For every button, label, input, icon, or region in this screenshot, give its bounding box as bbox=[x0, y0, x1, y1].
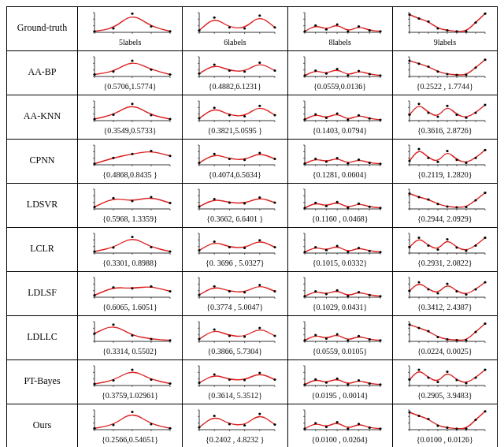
svg-point-391 bbox=[408, 192, 410, 194]
svg-point-157 bbox=[465, 73, 467, 76]
svg-point-791 bbox=[408, 411, 410, 413]
svg-point-613 bbox=[358, 334, 360, 337]
svg-point-510 bbox=[228, 289, 231, 292]
svg-point-692 bbox=[346, 382, 349, 385]
svg-point-399 bbox=[484, 191, 486, 193]
svg-point-132 bbox=[346, 73, 349, 76]
svg-point-371 bbox=[335, 200, 338, 203]
cell-caption: 8labels bbox=[328, 39, 350, 47]
svg-point-32 bbox=[259, 14, 261, 17]
svg-point-349 bbox=[213, 197, 216, 199]
chart-cell: {0.4868,0.8435 } bbox=[78, 140, 183, 184]
chart-cell: {0. 3696 , 5.0327} bbox=[183, 228, 287, 272]
svg-point-294 bbox=[368, 161, 370, 163]
svg-point-30 bbox=[228, 26, 231, 28]
cell-caption: {0.0559,0.0136} bbox=[313, 83, 366, 91]
cell-caption: {0.3662, 6.6401 } bbox=[206, 215, 263, 223]
svg-point-799 bbox=[484, 410, 486, 412]
svg-point-55 bbox=[379, 30, 381, 32]
svg-point-590 bbox=[228, 334, 231, 337]
svg-point-734 bbox=[150, 423, 153, 425]
svg-point-251 bbox=[94, 162, 96, 165]
svg-point-11 bbox=[94, 30, 96, 32]
cell-caption: {0.4074,6.5634} bbox=[209, 171, 261, 179]
svg-point-392 bbox=[417, 196, 420, 198]
svg-point-555 bbox=[446, 282, 448, 285]
cell-caption: {0.4868,0.8435 } bbox=[102, 171, 158, 179]
chart-cell: {0.1029, 0.0431} bbox=[287, 272, 392, 316]
sparkline bbox=[297, 187, 384, 214]
row-header: LDLLC bbox=[7, 316, 78, 360]
svg-point-131 bbox=[335, 67, 338, 69]
cell-caption: {0.6065, 1.6051} bbox=[102, 304, 158, 311]
svg-point-717 bbox=[465, 382, 467, 384]
chart-cell: {0.1015, 0.0332} bbox=[287, 228, 392, 272]
svg-point-415 bbox=[169, 250, 172, 252]
svg-point-151 bbox=[408, 59, 410, 61]
svg-point-689 bbox=[314, 378, 317, 380]
svg-point-688 bbox=[303, 383, 306, 386]
cell-caption: 6labels bbox=[224, 39, 246, 47]
svg-point-655 bbox=[169, 382, 172, 384]
svg-point-714 bbox=[436, 380, 439, 382]
svg-point-551 bbox=[408, 289, 410, 292]
table-row: LDLSF {0.6065, 1.6051} {0.3774 , 5.0047}… bbox=[7, 272, 498, 316]
svg-point-654 bbox=[150, 378, 153, 380]
svg-point-794 bbox=[436, 424, 439, 427]
chart-cell: {0.2522 , 1.7744} bbox=[392, 51, 497, 95]
table-row: Ground-truth 5labels 6labels 8labels 9la… bbox=[7, 7, 498, 51]
sparkline bbox=[87, 143, 173, 169]
cell-caption: {0.0100 , 0.0264} bbox=[312, 436, 369, 444]
table-row: AA-KNN {0.3549,0.5733} {0.3821,5.0595 } … bbox=[7, 95, 498, 140]
svg-point-154 bbox=[436, 70, 439, 73]
svg-point-557 bbox=[465, 292, 467, 295]
svg-point-558 bbox=[474, 288, 476, 290]
svg-point-573 bbox=[132, 333, 134, 336]
cell-caption: {0.3616, 2.8726} bbox=[417, 127, 472, 135]
svg-point-239 bbox=[484, 103, 486, 106]
svg-point-129 bbox=[314, 69, 317, 71]
svg-point-511 bbox=[243, 291, 246, 293]
svg-point-453 bbox=[358, 246, 360, 248]
svg-point-735 bbox=[169, 427, 172, 429]
row-header: Ground-truth bbox=[7, 7, 78, 51]
svg-point-751 bbox=[243, 423, 246, 426]
svg-point-508 bbox=[198, 293, 201, 296]
svg-point-593 bbox=[274, 334, 276, 337]
svg-point-476 bbox=[455, 246, 458, 248]
svg-point-175 bbox=[169, 117, 172, 120]
sparkline bbox=[402, 231, 488, 258]
sparkline bbox=[191, 10, 278, 37]
cell-caption: {0.2522 , 1.7744} bbox=[417, 83, 473, 91]
svg-point-633 bbox=[427, 330, 429, 332]
svg-point-269 bbox=[213, 152, 216, 155]
svg-point-513 bbox=[274, 289, 276, 292]
svg-point-14 bbox=[150, 24, 153, 27]
chart-cell: {0.3866, 5.7304} bbox=[183, 316, 287, 360]
chart-cell: {0.2566,0.54651} bbox=[78, 404, 183, 448]
svg-point-398 bbox=[474, 199, 476, 201]
svg-point-351 bbox=[243, 202, 246, 204]
chart-cell: {0.0195 , 0.0014} bbox=[287, 360, 392, 404]
chart-cell: {0.0100 , 0.0126} bbox=[392, 404, 497, 448]
cell-caption: {0.0224, 0.0025} bbox=[417, 348, 472, 356]
svg-point-449 bbox=[314, 245, 317, 248]
svg-point-31 bbox=[243, 27, 246, 29]
row-header: LDLSF bbox=[7, 272, 78, 316]
svg-point-51 bbox=[335, 23, 338, 25]
svg-point-12 bbox=[113, 27, 115, 29]
svg-point-92 bbox=[113, 70, 115, 73]
svg-point-72 bbox=[417, 17, 420, 19]
chart-cell: {0.3412, 2.4387} bbox=[392, 272, 497, 316]
svg-point-589 bbox=[213, 328, 216, 330]
svg-point-237 bbox=[465, 116, 467, 118]
cell-caption: 5labels bbox=[119, 39, 141, 47]
sparkline bbox=[87, 363, 173, 390]
svg-point-313 bbox=[427, 156, 429, 158]
row-header: Ours bbox=[7, 404, 78, 448]
chart-cell: {0.3314, 0.5502} bbox=[78, 316, 183, 360]
chart-cell: {0.3821,5.0595 } bbox=[183, 95, 287, 140]
svg-point-571 bbox=[94, 332, 96, 334]
svg-point-133 bbox=[358, 69, 360, 72]
chart-cell: {0.3662, 6.6401 } bbox=[183, 184, 287, 228]
